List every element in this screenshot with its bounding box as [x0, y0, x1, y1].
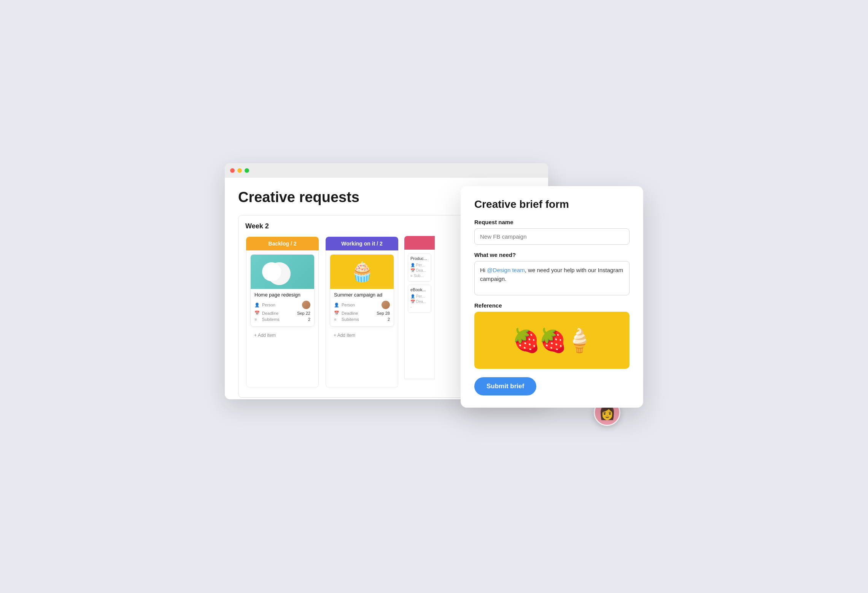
avatar-person-2 — [382, 301, 390, 309]
submit-brief-button[interactable]: Submit brief — [474, 377, 536, 395]
calendar-icon-2: 📅 — [334, 311, 339, 316]
card-field-deadline-2: 📅 Deadline Sep 28 — [334, 311, 390, 316]
card-field-subitems-2: ≡ Subitems 2 — [334, 317, 390, 322]
partial-card-title-1: Produc... — [410, 256, 429, 261]
partial-field-1a: 👤 Per... — [410, 263, 429, 267]
card-field-deadline-1: 📅 Deadline Sep 22 — [254, 311, 310, 316]
calendar-icon-1: 📅 — [254, 311, 260, 316]
avatar-person-1 — [302, 301, 310, 309]
subitems-icon-1: ≡ — [254, 317, 260, 322]
subitems-value-1: 2 — [308, 317, 310, 322]
add-item-working[interactable]: + Add item — [330, 330, 394, 341]
column-working-body: Summer campaign ad 👤 Person 📅 Deadline — [326, 250, 398, 387]
partial-field-2a: 👤 Per... — [410, 294, 429, 298]
card-field-person-2: 👤 Person — [334, 301, 390, 309]
column-working: Working on it / 2 Summer campaign ad 👤 P… — [325, 236, 399, 388]
browser-titlebar — [225, 163, 548, 178]
main-scene: Creative requests Week 2 Backlog / 2 Hom… — [225, 163, 643, 430]
column-done-header: Done — [404, 236, 435, 250]
maximize-button-dot[interactable] — [245, 168, 249, 173]
add-item-backlog[interactable]: + Add item — [250, 330, 315, 341]
card-image-cupcake — [330, 255, 394, 289]
form-panel: Creative brief form Request name What we… — [461, 186, 643, 408]
card-title-2: Summer campaign ad — [334, 292, 390, 298]
form-title: Creative brief form — [474, 198, 630, 210]
column-backlog: Backlog / 2 Home page redesign 👤 Person — [245, 236, 320, 388]
subitems-label-2: Subitems — [342, 317, 385, 322]
card-ebook[interactable]: eBook... 👤 Per... 📅 Dea... - — [408, 285, 431, 313]
card-image-icecream — [251, 255, 314, 289]
subitems-value-2: 2 — [388, 317, 390, 322]
column-backlog-header: Backlog / 2 — [246, 237, 319, 250]
column-done-partial: Done Produc... 👤 Per... 📅 Dea... ≡ Sub..… — [404, 236, 435, 388]
subitems-label-1: Subitems — [262, 317, 306, 322]
deadline-value-1: Sep 22 — [297, 311, 310, 316]
partial-field-1b: 📅 Dea... — [410, 268, 429, 273]
what-we-need-label: What we need? — [474, 252, 630, 258]
card-field-person-1: 👤 Person — [254, 301, 310, 309]
card-body-backlog-1: Home page redesign 👤 Person 📅 Deadline — [251, 289, 314, 326]
person-icon: 👤 — [254, 303, 260, 308]
reference-image: 🍓🍓🍦 — [474, 312, 630, 369]
partial-field-2b: 📅 Dea... — [410, 300, 429, 304]
deadline-label-2: Deadline — [342, 311, 374, 316]
deadline-value-2: Sep 28 — [377, 311, 390, 316]
card-field-subitems-1: ≡ Subitems 2 — [254, 317, 310, 322]
column-backlog-body: Home page redesign 👤 Person 📅 Deadline — [246, 250, 319, 387]
card-title-1: Home page redesign — [254, 292, 310, 298]
partial-field-2c: - — [410, 305, 429, 309]
person-icon-2: 👤 — [334, 303, 339, 308]
close-button-dot[interactable] — [230, 168, 235, 173]
partial-field-1c: ≡ Sub... — [410, 274, 429, 278]
mention-design-team: @Design team — [487, 267, 525, 273]
textarea-prefix: Hi — [480, 267, 487, 273]
request-name-input[interactable] — [474, 228, 630, 245]
column-working-header: Working on it / 2 — [326, 237, 398, 250]
subitems-icon-2: ≡ — [334, 317, 339, 322]
card-product[interactable]: Produc... 👤 Per... 📅 Dea... ≡ Sub... — [408, 253, 431, 282]
column-done-body: Produc... 👤 Per... 📅 Dea... ≡ Sub... eBo… — [404, 250, 435, 379]
card-body-working-1: Summer campaign ad 👤 Person 📅 Deadline — [330, 289, 394, 326]
request-name-label: Request name — [474, 219, 630, 225]
reference-label: Reference — [474, 302, 630, 309]
what-we-need-textarea[interactable]: Hi @Design team, we need your help with … — [474, 261, 630, 295]
person-label-2: Person — [342, 303, 379, 307]
card-summer-campaign[interactable]: Summer campaign ad 👤 Person 📅 Deadline — [330, 254, 394, 327]
person-label-1: Person — [262, 303, 300, 307]
partial-card-title-2: eBook... — [410, 287, 429, 292]
minimize-button-dot[interactable] — [237, 168, 242, 173]
strawberry-illustration: 🍓🍓🍦 — [474, 312, 630, 369]
card-home-page-redesign[interactable]: Home page redesign 👤 Person 📅 Deadline — [250, 254, 315, 327]
deadline-label-1: Deadline — [262, 311, 295, 316]
